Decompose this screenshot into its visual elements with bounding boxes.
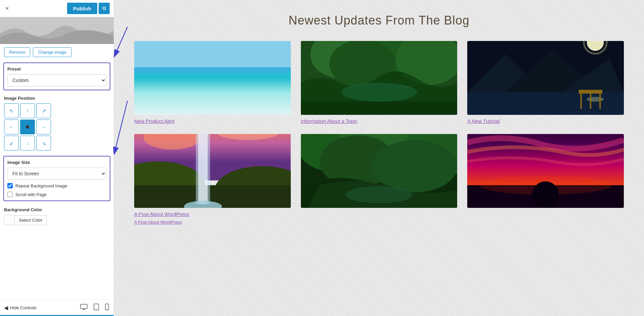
repeat-bg-label: Repeat Background Image [15, 183, 67, 188]
blog-card-2: Information About a Topic [301, 41, 458, 124]
bg-color-label: Background Color [4, 207, 110, 212]
blog-grid: New Product Alert [134, 41, 624, 217]
color-swatch[interactable] [4, 215, 15, 225]
blog-link-1[interactable]: New Product Alert [134, 118, 291, 124]
blog-link-4[interactable]: A Post About WordPress [134, 211, 291, 217]
image-position-label: Image Position [4, 96, 110, 101]
svg-rect-26 [579, 90, 603, 93]
panel-scroll: Remove Change image Preset Custom Fill S… [0, 17, 114, 299]
blog-section: Newest Updates From The Blog New Product… [114, 0, 644, 238]
pos-middle-left[interactable]: ← [4, 120, 19, 134]
image-thumbnail-area [0, 17, 114, 44]
blog-link-3[interactable]: A New Tutorial [467, 118, 624, 124]
panel-footer: ◀ Hide Controls [0, 299, 114, 316]
repeat-bg-checkbox[interactable] [7, 183, 13, 188]
select-color-button[interactable]: Select Color [15, 215, 47, 225]
svg-point-46 [532, 181, 559, 208]
close-button[interactable]: × [4, 4, 10, 13]
svg-rect-34 [198, 134, 208, 204]
right-content: Newest Updates From The Blog New Product… [114, 0, 644, 316]
svg-rect-47 [544, 207, 547, 208]
svg-rect-1 [80, 304, 87, 309]
pos-middle-center[interactable] [20, 120, 35, 134]
preset-label: Preset [7, 66, 106, 72]
blog-link-2[interactable]: Information About a Topic [301, 118, 458, 124]
scroll-page-label: Scroll with Page [15, 192, 47, 197]
image-size-label: Image Size [7, 160, 106, 165]
blog-title: Newest Updates From The Blog [134, 13, 624, 28]
scroll-page-row: Scroll with Page [7, 192, 106, 197]
blog-img-waterfall [134, 134, 291, 208]
desktop-icon[interactable] [79, 303, 88, 313]
preset-section: Preset Custom Fill Screen Fit to Screen … [3, 62, 110, 90]
blog-card-3: A New Tutorial [467, 41, 624, 124]
blog-image-3 [467, 41, 624, 115]
pos-middle-right[interactable]: → [36, 120, 51, 134]
pos-top-left[interactable]: ↖ [4, 103, 19, 118]
hide-controls-button[interactable]: ◀ Hide Controls [4, 305, 37, 311]
blog-card-6 [467, 134, 624, 217]
pos-bottom-right[interactable]: ↘ [36, 136, 51, 150]
preset-select[interactable]: Custom Fill Screen Fit to Screen Repeat … [7, 74, 106, 86]
blog-image-4 [134, 134, 291, 208]
panel-header: × Publish ⚙ [0, 0, 114, 17]
blog-img-sunset [467, 134, 624, 208]
blog-bottom-link-1[interactable]: A Post About WordPress [134, 220, 291, 225]
pos-top-right[interactable]: ↗ [36, 103, 51, 118]
pos-top-center[interactable]: ↑ [20, 103, 35, 118]
hide-controls-arrow-icon: ◀ [4, 305, 8, 311]
footer-icons [79, 303, 110, 313]
image-actions: Remove Change image [0, 44, 114, 60]
svg-point-22 [587, 97, 604, 102]
pos-bottom-center[interactable]: ↓ [20, 136, 35, 150]
change-image-button[interactable]: Change image [33, 47, 71, 57]
repeat-bg-row: Repeat Background Image [7, 183, 106, 188]
blog-image-5 [301, 134, 458, 208]
mobile-icon[interactable] [104, 303, 110, 313]
scroll-page-checkbox[interactable] [7, 192, 13, 197]
image-size-section: Image Size Fit to Screen Fill Screen Cus… [3, 156, 110, 201]
image-size-select[interactable]: Fit to Screen Fill Screen Custom Auto [7, 168, 106, 180]
blog-card-1: New Product Alert [134, 41, 291, 124]
pos-bottom-left[interactable]: ↙ [4, 136, 19, 150]
tablet-icon[interactable] [93, 303, 100, 313]
color-btn-row: Select Color [4, 215, 110, 225]
blog-bottom-empty-1 [301, 220, 458, 225]
blog-image-2 [301, 41, 458, 115]
remove-button[interactable]: Remove [4, 47, 30, 57]
gear-button[interactable]: ⚙ [99, 3, 110, 14]
svg-point-14 [341, 83, 417, 102]
svg-point-42 [346, 186, 412, 203]
blog-bottom-labels: A Post About WordPress [134, 220, 624, 225]
blog-image-1 [134, 41, 291, 115]
left-panel: × Publish ⚙ Remove Change image Preset C… [0, 0, 114, 316]
svg-point-5 [96, 309, 97, 310]
position-grid: ↖ ↑ ↗ ← → ↙ ↓ ↘ [4, 103, 110, 150]
bg-color-section: Background Color Select Color [0, 204, 114, 228]
blog-card-5 [301, 134, 458, 217]
blog-img-moonlight [467, 41, 624, 115]
svg-point-7 [107, 309, 107, 310]
hide-controls-label: Hide Controls [10, 305, 37, 310]
blog-image-6 [467, 134, 624, 208]
blog-img-green-forest [301, 134, 458, 208]
publish-button[interactable]: Publish [67, 3, 97, 14]
blog-card-4: A Post About WordPress [134, 134, 291, 217]
blog-img-ocean [134, 41, 291, 115]
image-position-section: Image Position ↖ ↑ ↗ ← → ↙ ↓ ↘ [0, 93, 114, 153]
blog-img-forest [301, 41, 458, 115]
blog-bottom-empty-2 [467, 220, 624, 225]
